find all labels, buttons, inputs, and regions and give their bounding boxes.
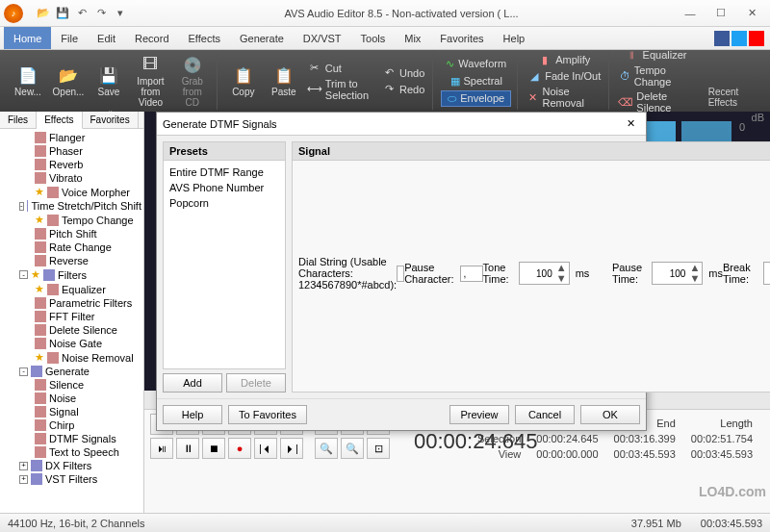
tree-node[interactable]: DTMF Signals bbox=[2, 432, 141, 445]
tree-node[interactable]: Noise bbox=[2, 392, 141, 405]
tempo-button[interactable]: ⏱Tempo Change bbox=[615, 63, 696, 89]
preset-item[interactable]: Popcorn bbox=[167, 195, 281, 211]
tree-node[interactable]: Phaser bbox=[2, 144, 141, 158]
tree-node[interactable]: -★Filters bbox=[2, 267, 141, 282]
amplify-button[interactable]: ▮Amplify bbox=[534, 52, 594, 67]
qat-undo-icon[interactable]: ↶ bbox=[75, 7, 89, 20]
help-button[interactable]: Help bbox=[163, 405, 222, 424]
side-tab-files[interactable]: Files bbox=[0, 112, 37, 128]
tree-node[interactable]: Parametric Filters bbox=[2, 296, 141, 310]
preset-delete-button[interactable]: Delete bbox=[226, 373, 286, 393]
play-start-button[interactable]: ⏯ bbox=[150, 438, 173, 459]
tree-expander-icon[interactable]: - bbox=[19, 270, 28, 279]
tab-tools[interactable]: Tools bbox=[351, 27, 396, 49]
cut-button[interactable]: ✂Cut bbox=[304, 61, 372, 76]
tab-help[interactable]: Help bbox=[494, 27, 535, 49]
tree-node[interactable]: Noise Gate bbox=[2, 337, 141, 350]
preset-item[interactable]: AVS Phone Number bbox=[167, 180, 281, 195]
tree-expander-icon[interactable]: + bbox=[19, 475, 28, 484]
tree-node[interactable]: Signal bbox=[2, 405, 141, 418]
tree-node[interactable]: Vibrato bbox=[2, 171, 141, 185]
copy-button[interactable]: 📋Copy bbox=[223, 52, 264, 110]
tone-time-spinner[interactable]: ▲▼ bbox=[519, 262, 570, 285]
vzoom-fit-button[interactable]: ⊡ bbox=[367, 438, 390, 459]
tree-node[interactable]: Chirp bbox=[2, 418, 141, 432]
noise-removal-button[interactable]: ✕Noise Removal bbox=[524, 85, 604, 110]
qat-save-icon[interactable]: 💾 bbox=[56, 7, 69, 20]
view-envelope-toggle[interactable]: ⬭Envelope bbox=[441, 90, 511, 107]
qat-redo-icon[interactable]: ↷ bbox=[94, 7, 108, 20]
trim-button[interactable]: ⟷Trim to Selection bbox=[304, 77, 372, 102]
preset-add-button[interactable]: Add bbox=[163, 373, 222, 393]
tab-edit[interactable]: Edit bbox=[88, 27, 125, 49]
tab-record[interactable]: Record bbox=[125, 27, 178, 49]
minimize-button[interactable]: — bbox=[676, 4, 705, 23]
goto-end-button[interactable]: ⏵| bbox=[280, 438, 303, 459]
tab-favorites[interactable]: Favorites bbox=[430, 27, 493, 49]
fade-button[interactable]: ◢Fade In/Out bbox=[524, 68, 604, 84]
pause-time-spinner[interactable]: ▲▼ bbox=[652, 262, 703, 285]
twitter-icon[interactable] bbox=[732, 31, 747, 46]
tree-node[interactable]: Reverse bbox=[2, 254, 141, 267]
undo-button[interactable]: ↶Undo bbox=[378, 65, 428, 81]
dialog-close-button[interactable]: ✕ bbox=[621, 117, 640, 130]
tree-node[interactable]: FFT Filter bbox=[2, 310, 141, 323]
tree-node[interactable]: Reverb bbox=[2, 158, 141, 171]
grab-cd-button[interactable]: 💿Grab from CD bbox=[172, 52, 213, 110]
tree-node[interactable]: +VST Filters bbox=[2, 472, 141, 486]
tree-node[interactable]: +DX Filters bbox=[2, 459, 141, 472]
preview-button[interactable]: Preview bbox=[449, 405, 509, 424]
tree-node[interactable]: ★Equalizer bbox=[2, 282, 141, 296]
vzoom-out-button[interactable]: 🔍 bbox=[315, 438, 338, 459]
tree-expander-icon[interactable]: + bbox=[19, 462, 28, 470]
tree-node[interactable]: Text to Speech bbox=[2, 445, 141, 459]
tab-generate[interactable]: Generate bbox=[230, 27, 294, 49]
maximize-button[interactable]: ☐ bbox=[706, 4, 735, 23]
presets-list[interactable]: Entire DTMF Range AVS Phone Number Popco… bbox=[163, 161, 286, 369]
tree-node[interactable]: ★Tempo Change bbox=[2, 213, 141, 227]
facebook-icon[interactable] bbox=[714, 31, 730, 46]
tab-dxvst[interactable]: DX/VST bbox=[294, 27, 351, 49]
tree-node[interactable]: Delete Silence bbox=[2, 323, 141, 337]
side-tab-favorites[interactable]: Favorites bbox=[83, 112, 139, 128]
open-button[interactable]: 📂Open... bbox=[48, 52, 89, 110]
qat-open-icon[interactable]: 📂 bbox=[37, 7, 50, 20]
tree-expander-icon[interactable]: - bbox=[19, 202, 24, 211]
cancel-button[interactable]: Cancel bbox=[515, 405, 575, 424]
to-favorites-button[interactable]: To Favorites bbox=[228, 405, 307, 424]
tree-node[interactable]: ★Noise Removal bbox=[2, 350, 141, 365]
tree-node[interactable]: -Time Stretch/Pitch Shift bbox=[2, 199, 141, 213]
preset-item[interactable]: Entire DTMF Range bbox=[167, 165, 281, 180]
tree-node[interactable]: ★Voice Morpher bbox=[2, 185, 141, 199]
view-waveform-toggle[interactable]: ∿Waveform bbox=[439, 56, 513, 72]
side-tab-effects[interactable]: Effects bbox=[37, 112, 82, 129]
redo-button[interactable]: ↷Redo bbox=[378, 82, 428, 97]
break-time-spinner[interactable]: ▲▼ bbox=[763, 262, 770, 285]
youtube-icon[interactable] bbox=[749, 31, 764, 46]
tree-expander-icon[interactable]: - bbox=[19, 367, 28, 376]
dial-string-input[interactable] bbox=[397, 266, 404, 282]
save-button[interactable]: 💾Save bbox=[89, 52, 129, 110]
new-button[interactable]: 📄New... bbox=[8, 52, 48, 110]
ok-button[interactable]: OK bbox=[580, 405, 640, 424]
effects-tree[interactable]: FlangerPhaserReverbVibrato★Voice Morpher… bbox=[0, 129, 143, 513]
view-spectral-toggle[interactable]: ▦Spectral bbox=[444, 73, 509, 89]
tree-node[interactable]: Silence bbox=[2, 378, 141, 392]
stop-button[interactable]: ⏹ bbox=[202, 438, 225, 459]
import-video-button[interactable]: 🎞Import from Video bbox=[129, 52, 172, 110]
equalizer-button[interactable]: ⫴Equalizer bbox=[622, 47, 691, 63]
tree-node[interactable]: Flanger bbox=[2, 131, 141, 144]
tab-home[interactable]: Home bbox=[4, 27, 51, 49]
tree-node[interactable]: Rate Change bbox=[2, 241, 141, 254]
pause-button[interactable]: ⏸ bbox=[176, 438, 199, 459]
tree-node[interactable]: Pitch Shift bbox=[2, 227, 141, 241]
pause-char-input[interactable] bbox=[460, 266, 483, 282]
tree-node[interactable]: -Generate bbox=[2, 365, 141, 378]
record-button[interactable]: ● bbox=[228, 438, 251, 459]
goto-start-button[interactable]: |⏴ bbox=[254, 438, 277, 459]
tab-file[interactable]: File bbox=[51, 27, 88, 49]
tab-mix[interactable]: Mix bbox=[395, 27, 430, 49]
vzoom-in-button[interactable]: 🔍 bbox=[341, 438, 364, 459]
close-button[interactable]: ✕ bbox=[737, 4, 766, 23]
paste-button[interactable]: 📋Paste bbox=[264, 52, 304, 110]
